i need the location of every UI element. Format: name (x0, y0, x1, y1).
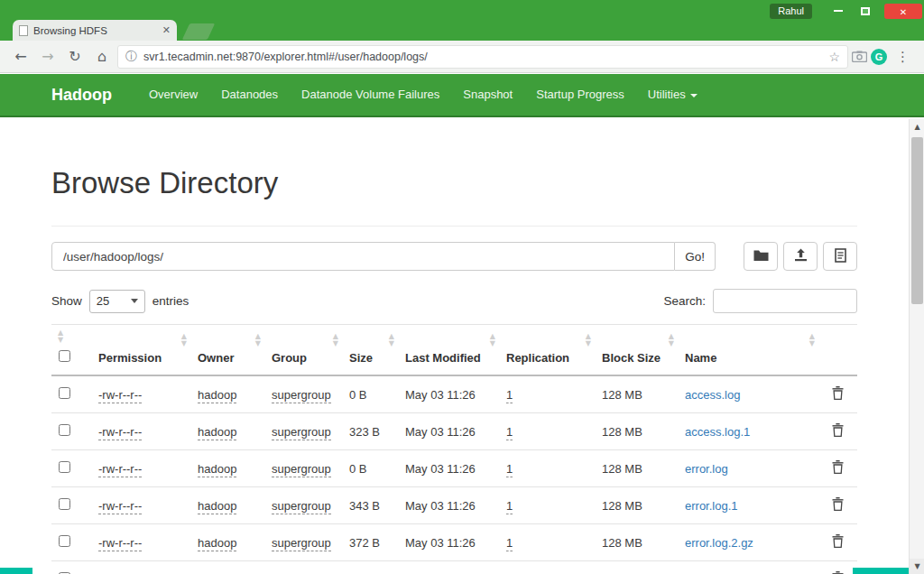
replication-value[interactable]: 1 (506, 425, 513, 440)
entries-select[interactable]: 25 (89, 290, 145, 313)
group-value[interactable]: supergroup (272, 499, 331, 514)
header-replication[interactable]: Replication (499, 325, 595, 376)
owner-value[interactable]: hadoop (198, 425, 236, 440)
sort-icon[interactable] (809, 333, 815, 347)
group-value[interactable]: supergroup (272, 462, 331, 477)
refresh-icon[interactable]: ↻ (63, 45, 87, 69)
scrollbar-thumb[interactable] (911, 137, 923, 304)
bookmark-star-icon[interactable]: ☆ (828, 50, 840, 64)
group-value[interactable]: supergroup (272, 425, 331, 440)
header-group[interactable]: Group (264, 325, 342, 376)
trash-icon[interactable] (832, 497, 844, 514)
nav-item-datanode-volume-failures[interactable]: Datanode Volume Failures (290, 74, 451, 116)
nav-item-startup-progress[interactable]: Startup Progress (524, 74, 636, 116)
replication-value[interactable]: 1 (506, 536, 513, 551)
select-all-checkbox[interactable] (59, 350, 70, 362)
sort-icon[interactable] (255, 333, 261, 347)
sort-icon[interactable] (58, 329, 63, 343)
file-link[interactable]: error.log.2.gz (685, 536, 753, 550)
vertical-scrollbar[interactable]: ▲ ▼ (909, 119, 924, 574)
url-bar[interactable]: ⓘ svr1.tecadmin.net:9870/explorer.html#/… (117, 45, 848, 69)
navbar-brand[interactable]: Hadoop (51, 86, 112, 105)
actions-cell (818, 524, 857, 561)
file-link[interactable]: error.log (685, 462, 728, 476)
permission-value[interactable]: -rw-r--r-- (98, 388, 142, 403)
permission-cell: -rw-r--r-- (91, 561, 190, 574)
page-info-icon[interactable]: ⓘ (125, 49, 137, 65)
header-name[interactable]: Name (678, 325, 818, 376)
owner-value[interactable]: hadoop (198, 536, 236, 551)
permission-cell: -rw-r--r-- (91, 375, 190, 413)
close-button[interactable] (884, 4, 922, 19)
trash-icon[interactable] (832, 460, 844, 477)
forward-icon[interactable]: → (36, 45, 60, 69)
url-text[interactable]: svr1.tecadmin.net:9870/explorer.html#/us… (143, 51, 822, 63)
group-cell: supergroup (264, 375, 342, 413)
row-checkbox[interactable] (59, 387, 70, 399)
trash-icon[interactable] (832, 534, 844, 551)
permission-value[interactable]: -rw-r--r-- (98, 425, 142, 440)
header-last-modified[interactable]: Last Modified (398, 325, 499, 376)
trash-icon[interactable] (832, 423, 844, 440)
home-icon[interactable]: ⌂ (90, 45, 114, 69)
file-link[interactable]: access.log (685, 388, 740, 402)
nav-item-snapshot[interactable]: Snapshot (451, 74, 524, 116)
row-checkbox[interactable] (59, 535, 70, 547)
row-checkbox-cell (51, 524, 91, 561)
directory-path-input[interactable] (51, 242, 675, 271)
maximize-button[interactable] (852, 4, 879, 19)
nav-item-datanodes[interactable]: Datanodes (209, 74, 290, 116)
file-link[interactable]: access.log.1 (685, 425, 750, 439)
replication-cell: 1 (499, 561, 595, 574)
group-value[interactable]: supergroup (272, 388, 331, 403)
sort-icon[interactable] (490, 333, 495, 347)
clipboard-button[interactable] (823, 242, 857, 271)
create-directory-button[interactable] (744, 242, 778, 271)
name-cell: error.log (678, 450, 818, 487)
trash-icon[interactable] (832, 386, 844, 403)
sort-icon[interactable] (333, 333, 338, 347)
replication-value[interactable]: 1 (506, 388, 513, 403)
browser-menu-icon[interactable]: ⋮ (891, 49, 915, 65)
scroll-up-icon[interactable]: ▲ (910, 119, 924, 134)
back-icon[interactable]: ← (9, 45, 32, 69)
row-checkbox[interactable] (59, 461, 70, 473)
profile-button[interactable]: Rahul (770, 4, 812, 19)
scroll-down-icon[interactable]: ▼ (910, 559, 924, 574)
permission-value[interactable]: -rw-r--r-- (98, 462, 142, 477)
search-input[interactable] (713, 289, 857, 313)
row-checkbox[interactable] (59, 498, 70, 510)
permission-value[interactable]: -rw-r--r-- (98, 536, 142, 551)
sort-icon[interactable] (586, 333, 591, 347)
row-checkbox[interactable] (59, 424, 70, 436)
sort-icon[interactable] (389, 333, 394, 347)
header-size[interactable]: Size (342, 325, 398, 376)
go-button[interactable]: Go! (675, 242, 716, 271)
sort-icon[interactable] (669, 333, 674, 347)
header-owner[interactable]: Owner (190, 325, 264, 376)
owner-value[interactable]: hadoop (198, 388, 236, 403)
size-value: 0 B (342, 375, 398, 413)
browser-tab[interactable]: Browsing HDFS ✕ (13, 20, 177, 41)
tab-close-icon[interactable]: ✕ (162, 24, 171, 36)
permission-value[interactable]: -rw-r--r-- (98, 499, 142, 514)
screenshot-extension-icon[interactable] (852, 51, 867, 62)
sort-icon[interactable] (181, 333, 187, 347)
minimize-button[interactable] (825, 4, 852, 19)
owner-value[interactable]: hadoop (198, 462, 236, 477)
name-cell: error.log.2.gz (678, 524, 818, 561)
replication-value[interactable]: 1 (506, 499, 513, 514)
group-value[interactable]: supergroup (272, 536, 331, 551)
grammarly-extension-icon[interactable] (871, 49, 887, 65)
header-block-size[interactable]: Block Size (595, 325, 678, 376)
nav-item-overview[interactable]: Overview (137, 74, 209, 116)
nav-item-utilities[interactable]: Utilities (636, 74, 709, 116)
owner-value[interactable]: hadoop (198, 499, 236, 514)
new-tab-button[interactable] (182, 23, 215, 40)
upload-file-button[interactable] (783, 242, 818, 271)
file-link[interactable]: error.log.1 (685, 499, 738, 513)
last-modified-value: May 03 11:26 (398, 487, 499, 524)
replication-value[interactable]: 1 (506, 462, 513, 477)
header-permission[interactable]: Permission (91, 325, 190, 376)
caret-down-icon (131, 299, 138, 303)
